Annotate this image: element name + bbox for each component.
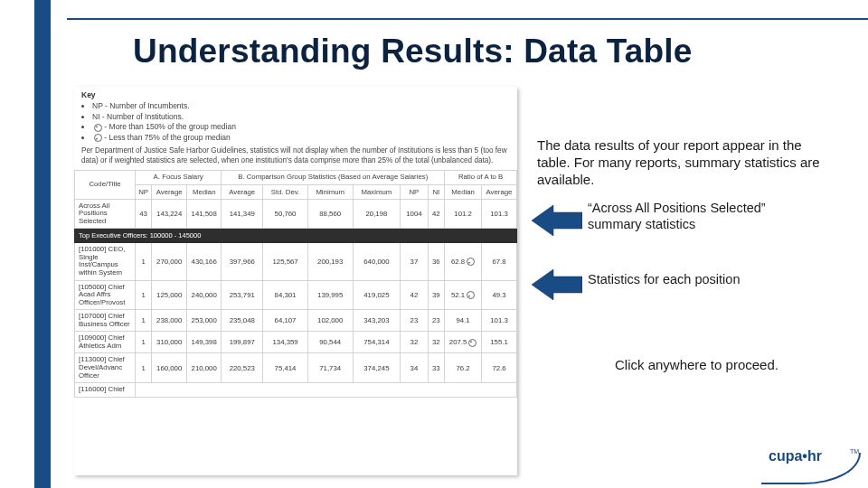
svg-marker-0 [532,205,582,236]
report-screenshot: Key NP - Number of Incumbents. NI - Numb… [74,87,517,475]
key-block: Key NP - Number of Incumbents. NI - Numb… [74,87,517,145]
key-item: - More than 150% of the group median [92,122,510,132]
col-ni: NI [428,184,445,199]
intro-text: The data results of your report appear i… [537,137,826,188]
left-accent-bar [34,0,51,488]
table-row: [109000] Chief Athletics Adm 1 310,000 1… [75,332,517,353]
table-section-band: Top Executive Officers: 100000 - 145000 [75,229,517,243]
down-arrow-icon [467,291,475,299]
group-comparison: B. Comparison Group Statistics (Based on… [222,170,445,184]
col-stddev: Std. Dev. [263,184,308,199]
svg-marker-1 [532,269,582,300]
col-min: Minimum [307,184,353,199]
up-arrow-icon [94,124,102,132]
key-item: - Less than 75% of the group median [92,133,510,143]
arrow-left-icon [532,267,582,302]
table-row-partial: [116000] Chief [75,383,517,398]
col-max: Maximum [353,184,401,199]
table-row: [105000] Chief Acad Affrs Officer/Provos… [75,280,517,310]
key-heading: Key [81,90,96,99]
cupa-hr-logo: cupa•hr TM [761,448,859,483]
col-code-title: Code/Title [75,170,136,199]
callout-across: “Across All Positions Selected” summary … [588,200,805,232]
table-row: [101000] CEO, Single Inst/Campus within … [75,243,517,280]
group-ratio: Ratio of A to B [445,170,517,184]
callout-each: Statistics for each position [588,271,805,287]
logo-tm: TM [850,448,859,455]
col-average: Average [481,184,516,199]
col-median: Median [445,184,482,199]
table-row: [107000] Chief Business Officer 1 238,00… [75,310,517,332]
guideline-text: Per Department of Justice Safe Harbor Gu… [74,145,517,169]
col-np: NP [401,184,428,199]
group-focus: A. Focus Salary [136,170,222,184]
arrow-left-icon [532,203,582,238]
logo-text: cupa•hr [769,448,822,465]
col-median: Median [187,184,222,199]
col-np: NP [136,184,152,199]
proceed-hint[interactable]: Click anywhere to proceed. [615,357,850,374]
col-average: Average [222,184,263,199]
table-row: [113000] Chief Devel/Advanc Officer 1 16… [75,353,517,383]
col-average: Average [152,184,187,199]
table-row: Across All Positions Selected 43 143,224… [75,199,517,229]
data-table: Code/Title A. Focus Salary B. Comparison… [74,170,517,398]
page-title: Understanding Results: Data Table [133,33,693,70]
top-rule [67,18,868,20]
down-arrow-icon [94,134,102,142]
down-arrow-icon [467,258,475,266]
key-item: NP - Number of Incumbents. [92,101,510,111]
up-arrow-icon [468,339,476,347]
key-item: NI - Number of Institutions. [92,112,510,122]
